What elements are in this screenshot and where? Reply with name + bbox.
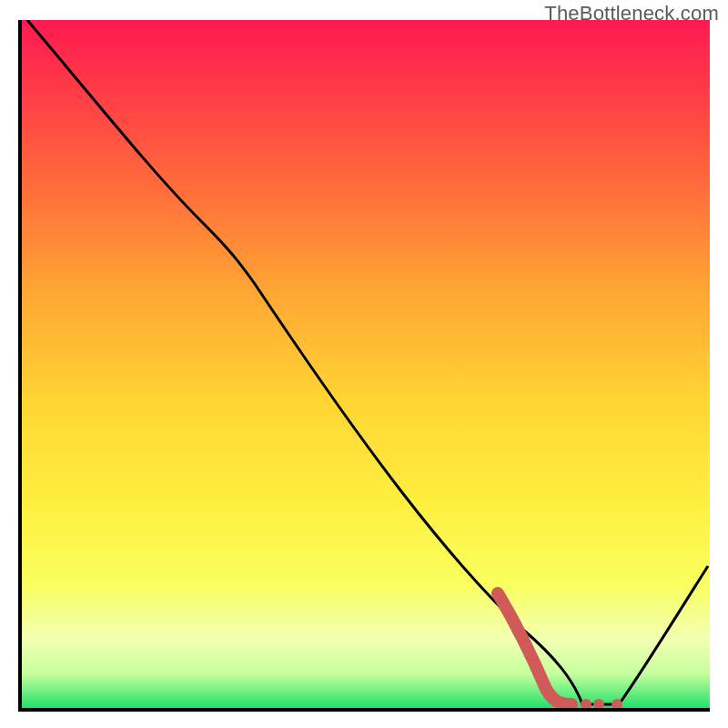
chart-frame: TheBottleneck.com	[0, 0, 728, 728]
axes	[18, 20, 710, 712]
